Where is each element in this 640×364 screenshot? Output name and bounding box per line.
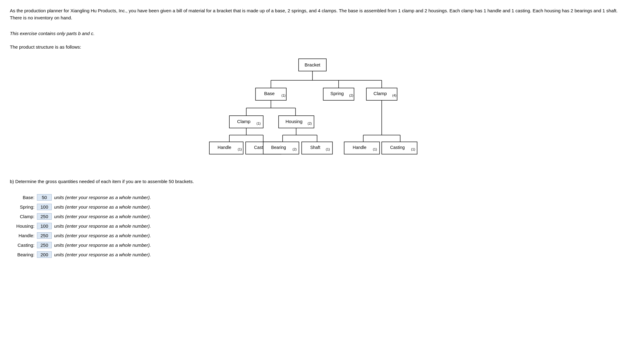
answer-row: Housing:units (enter your response as a … <box>10 223 630 229</box>
svg-text:(1): (1) <box>256 122 260 125</box>
svg-text:Shaft: Shaft <box>310 145 320 150</box>
svg-text:Handle: Handle <box>352 145 366 150</box>
svg-text:Clamp: Clamp <box>373 91 387 96</box>
answer-hint: units (enter your response as a whole nu… <box>54 223 151 229</box>
svg-text:Base: Base <box>264 91 274 96</box>
svg-text:(1): (1) <box>238 147 242 151</box>
svg-text:(2): (2) <box>308 122 312 125</box>
answer-label: Casting: <box>10 242 34 248</box>
answer-row: Spring:units (enter your response as a w… <box>10 204 630 210</box>
answer-hint: units (enter your response as a whole nu… <box>54 195 151 200</box>
answer-input[interactable] <box>37 232 52 239</box>
svg-text:Casting: Casting <box>390 145 405 150</box>
svg-text:(1): (1) <box>281 94 285 97</box>
answer-label: Handle: <box>10 233 34 238</box>
answer-hint: units (enter your response as a whole nu… <box>54 204 151 210</box>
svg-text:(1): (1) <box>411 147 415 151</box>
tree-svg: Bracket Base (1) Spring (2) Clamp (4) Cl… <box>200 56 440 170</box>
svg-text:Handle: Handle <box>217 145 231 150</box>
answer-row: Bearing:units (enter your response as a … <box>10 251 630 258</box>
structure-label: The product structure is as follows: <box>10 44 630 50</box>
answer-label: Bearing: <box>10 252 34 257</box>
answers-container: Base:units (enter your response as a who… <box>10 194 630 258</box>
answer-hint: units (enter your response as a whole nu… <box>54 233 151 238</box>
svg-text:(2): (2) <box>292 147 296 151</box>
svg-text:(2): (2) <box>349 94 353 97</box>
answer-label: Clamp: <box>10 214 34 219</box>
section-b-title: b) Determine the gross quantities needed… <box>10 179 630 184</box>
italic-note: This exercise contains only parts b and … <box>10 31 630 36</box>
answer-label: Base: <box>10 195 34 200</box>
svg-text:(1): (1) <box>326 147 330 151</box>
svg-text:(4): (4) <box>392 94 396 97</box>
tree-diagram: Bracket Base (1) Spring (2) Clamp (4) Cl… <box>10 56 630 170</box>
answer-hint: units (enter your response as a whole nu… <box>54 252 151 257</box>
intro-paragraph: As the production planner for Xiangling … <box>10 7 630 21</box>
answer-input[interactable] <box>37 251 52 258</box>
answer-input[interactable] <box>37 242 52 248</box>
answer-label: Spring: <box>10 204 34 210</box>
answer-label: Housing: <box>10 223 34 229</box>
answer-hint: units (enter your response as a whole nu… <box>54 214 151 219</box>
answer-row: Base:units (enter your response as a who… <box>10 194 630 201</box>
answer-row: Clamp:units (enter your response as a wh… <box>10 213 630 220</box>
answer-row: Casting:units (enter your response as a … <box>10 242 630 248</box>
svg-text:Clamp: Clamp <box>237 119 250 124</box>
answer-input[interactable] <box>37 204 52 210</box>
svg-text:(1): (1) <box>373 147 377 151</box>
answer-input[interactable] <box>37 223 52 229</box>
answer-hint: units (enter your response as a whole nu… <box>54 242 151 248</box>
svg-text:Spring: Spring <box>330 91 344 96</box>
svg-text:Bearing: Bearing <box>271 145 286 150</box>
answer-input[interactable] <box>37 213 52 220</box>
answer-input[interactable] <box>37 194 52 201</box>
svg-text:Bracket: Bracket <box>304 62 320 67</box>
answer-row: Handle:units (enter your response as a w… <box>10 232 630 239</box>
svg-text:Housing: Housing <box>285 119 302 124</box>
